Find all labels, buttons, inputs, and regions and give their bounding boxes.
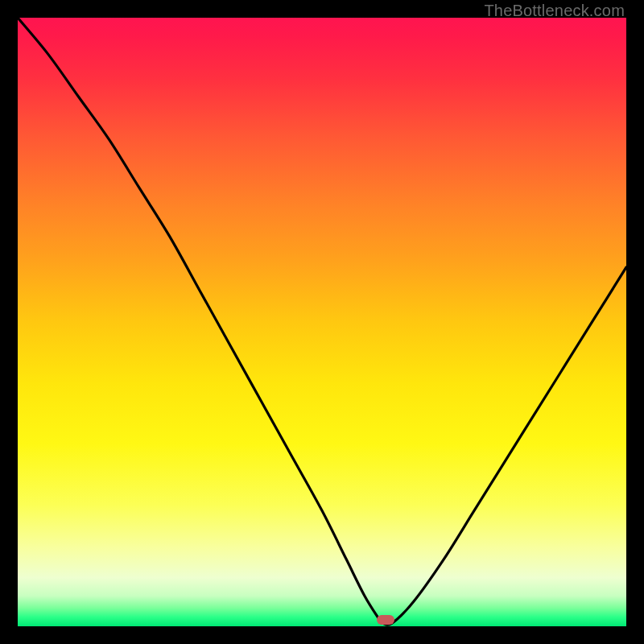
plot-area bbox=[18, 18, 626, 626]
optimal-point-marker bbox=[377, 615, 394, 625]
bottleneck-curve bbox=[18, 18, 626, 626]
chart-frame: TheBottleneck.com bbox=[0, 0, 644, 644]
watermark-text: TheBottleneck.com bbox=[484, 2, 625, 20]
